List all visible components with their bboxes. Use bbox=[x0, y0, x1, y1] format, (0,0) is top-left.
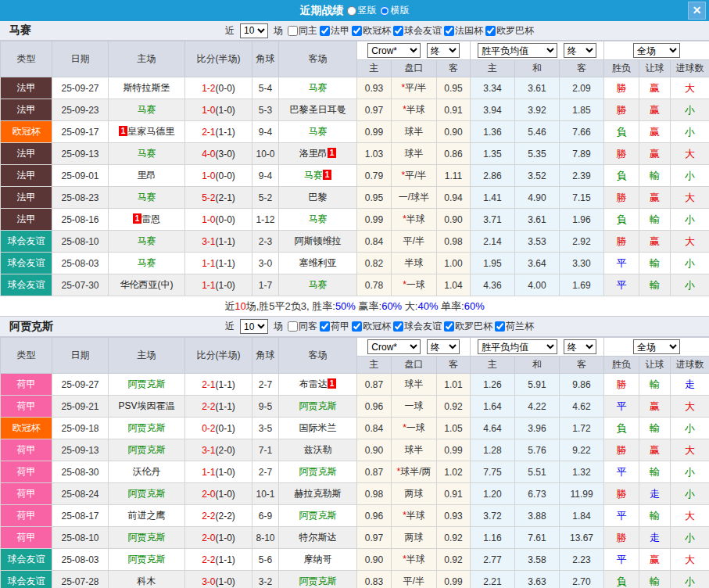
league-checkbox-group[interactable]: 球会友谊 bbox=[392, 24, 442, 38]
home-team-cell: 马赛 bbox=[109, 253, 185, 274]
summary-segment: 单率: bbox=[438, 300, 464, 312]
header-date: 日期 bbox=[52, 338, 109, 374]
score-cell: 2-2(2-2) bbox=[185, 505, 252, 527]
corner-cell: 9-4 bbox=[252, 165, 279, 187]
goals-result-cell: 小 bbox=[671, 165, 709, 187]
odds-stage-select[interactable]: 终 bbox=[427, 43, 460, 58]
odds-away-cell: 0.95 bbox=[437, 77, 471, 99]
away-team-cell: 阿贾克斯 bbox=[279, 461, 357, 483]
scope-select[interactable]: 全场 bbox=[633, 43, 680, 58]
halftime-score: (1-1) bbox=[216, 554, 235, 565]
avg-odds-select[interactable]: 胜平负均值 bbox=[478, 339, 557, 354]
league-checkbox-group[interactable]: 法甲 bbox=[318, 24, 349, 38]
red-card-badge: 1 bbox=[328, 148, 337, 158]
handicap-cell: *球半/两 bbox=[392, 461, 437, 483]
league-cell: 荷甲 bbox=[1, 461, 52, 483]
handicap-result-cell: 赢 bbox=[639, 231, 671, 253]
odds-away-cell: 0.91 bbox=[437, 99, 471, 121]
away-team-cell: 摩纳哥 bbox=[279, 549, 357, 571]
halftime-score: (1-0) bbox=[216, 489, 235, 500]
layout-option-horizontal[interactable]: 横版 bbox=[380, 4, 410, 17]
subheader-goals: 进球数 bbox=[671, 357, 709, 374]
fulltime-score: 5-2 bbox=[202, 192, 215, 203]
league-checkbox-group[interactable]: 欧罗巴杯 bbox=[484, 24, 534, 38]
league-label: 欧冠杯 bbox=[363, 320, 391, 333]
halftime-score: (1-0) bbox=[216, 467, 235, 478]
league-checkbox[interactable] bbox=[485, 26, 496, 36]
away-team-cell: 阿贾克斯 bbox=[279, 571, 357, 588]
ajax-count-select[interactable]: 10 bbox=[240, 319, 268, 334]
league-label: 荷兰杯 bbox=[506, 320, 534, 333]
date-cell: 25-08-30 bbox=[52, 461, 109, 483]
team-name-text: 马赛 bbox=[309, 279, 328, 290]
league-checkbox-group[interactable]: 欧罗巴杯 bbox=[442, 320, 492, 333]
scope-select[interactable]: 全场 bbox=[633, 339, 680, 354]
away-team-cell: 巴黎 bbox=[279, 187, 357, 209]
league-checkbox[interactable] bbox=[320, 26, 330, 36]
away-team-cell: 塞维利亚 bbox=[279, 253, 357, 274]
layout-option-vertical[interactable]: 竖版 bbox=[347, 4, 377, 17]
league-checkbox[interactable] bbox=[393, 26, 403, 36]
league-checkbox[interactable] bbox=[320, 321, 330, 332]
same-away-checkbox[interactable] bbox=[288, 321, 298, 332]
handicap-result-cell: 赢 bbox=[639, 396, 671, 418]
league-checkbox-group[interactable]: 球会友谊 bbox=[392, 320, 442, 333]
league-checkbox[interactable] bbox=[393, 321, 403, 332]
date-cell: 25-09-13 bbox=[52, 143, 109, 165]
subheader-handicap: 盘口 bbox=[392, 357, 437, 374]
odds-stage-select[interactable]: 终 bbox=[427, 339, 460, 354]
same-home-checkbox[interactable] bbox=[288, 26, 298, 36]
vertical-radio[interactable] bbox=[347, 6, 356, 16]
avg-stage-select[interactable]: 终 bbox=[564, 43, 596, 58]
league-checkbox-group[interactable]: 荷兰杯 bbox=[493, 320, 534, 333]
handicap-cell: *半球 bbox=[392, 99, 437, 121]
handicap-cell: *平/半 bbox=[392, 165, 437, 187]
avg-stage-select[interactable]: 终 bbox=[564, 339, 596, 354]
close-button[interactable]: ✕ bbox=[688, 2, 706, 20]
horizontal-radio[interactable] bbox=[380, 6, 389, 16]
avg-draw-cell: 3.63 bbox=[515, 571, 560, 588]
avg-draw-cell: 3.61 bbox=[515, 209, 560, 231]
marseille-filter: 近 10 场 同主 法甲 欧冠杯 球会友谊 法国杯 欧罗巴杯 bbox=[0, 23, 534, 38]
avg-away-cell: 7.66 bbox=[560, 121, 604, 143]
red-card-badge: 1 bbox=[328, 378, 337, 389]
corner-cell: 6-9 bbox=[252, 505, 279, 527]
league-checkbox-group[interactable]: 欧冠杯 bbox=[350, 24, 391, 38]
team-name-text: 皇家马德里 bbox=[127, 126, 174, 137]
league-checkbox[interactable] bbox=[444, 26, 454, 36]
league-checkbox-group[interactable]: 荷甲 bbox=[318, 320, 349, 333]
league-checkbox[interactable] bbox=[352, 26, 362, 36]
league-cell: 球会友谊 bbox=[1, 571, 52, 588]
avg-home-cell: 2.21 bbox=[471, 571, 515, 588]
same-home-checkbox-group[interactable]: 同主 bbox=[286, 24, 317, 38]
avg-away-cell: 11.99 bbox=[560, 483, 604, 505]
league-checkbox[interactable] bbox=[352, 321, 362, 332]
away-team-cell: 阿斯顿维拉 bbox=[279, 231, 357, 253]
result-cell: 勝 bbox=[604, 143, 639, 165]
league-checkbox[interactable] bbox=[444, 321, 454, 332]
corner-cell: 3-2 bbox=[252, 571, 279, 588]
team-name-text: 马赛 bbox=[138, 104, 156, 115]
avg-draw-cell: 6.73 bbox=[515, 483, 560, 505]
away-team-cell: 洛里昂1 bbox=[279, 143, 357, 165]
team-name-text: 斯特拉斯堡 bbox=[124, 82, 170, 93]
avg-odds-select[interactable]: 胜平负均值 bbox=[478, 43, 557, 58]
team-name-text: 阿贾克斯 bbox=[299, 466, 337, 477]
league-checkbox[interactable] bbox=[495, 321, 505, 332]
league-checkbox-group[interactable]: 欧冠杯 bbox=[350, 320, 391, 333]
avg-draw-cell: 3.64 bbox=[515, 253, 560, 274]
same-away-checkbox-group[interactable]: 同客 bbox=[286, 320, 317, 333]
score-cell: 1-0(1-0) bbox=[185, 99, 252, 121]
score-cell: 2-2(1-1) bbox=[185, 396, 252, 418]
handicap-cell: *半球 bbox=[392, 209, 437, 231]
marseille-count-select[interactable]: 10 bbox=[240, 23, 268, 38]
odds-company-select[interactable]: Crow* bbox=[367, 339, 421, 354]
avg-home-cell: 1.20 bbox=[471, 483, 515, 505]
league-cell: 荷甲 bbox=[1, 505, 52, 527]
away-team-cell: 马赛 bbox=[279, 209, 357, 231]
match-row: 球会友谊25-08-03阿贾克斯2-2(1-1)5-6摩纳哥0.90*半球0.9… bbox=[1, 549, 709, 571]
odds-company-select[interactable]: Crow* bbox=[367, 43, 421, 58]
odds-away-cell: 0.92 bbox=[437, 549, 471, 571]
league-cell: 法甲 bbox=[1, 143, 52, 165]
league-checkbox-group[interactable]: 法国杯 bbox=[442, 24, 483, 38]
